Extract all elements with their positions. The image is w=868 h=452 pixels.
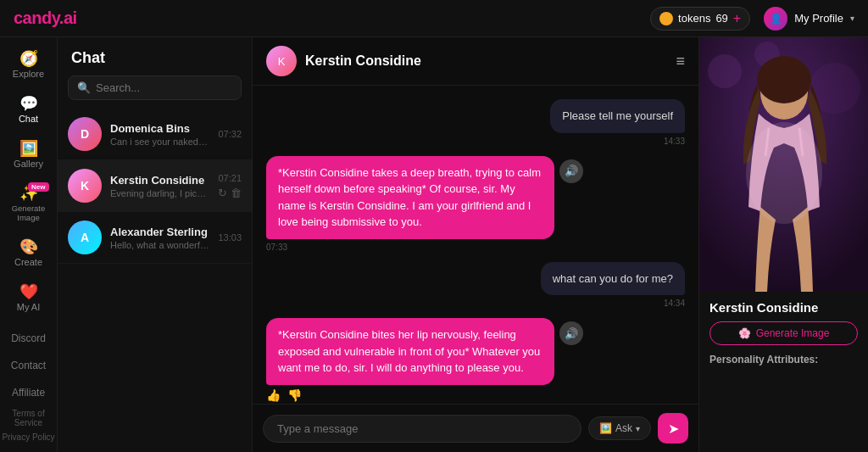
sidebar-item-my-ai[interactable]: ❤️ My AI — [5, 277, 53, 319]
explore-icon: 🧭 — [19, 51, 38, 66]
chat-name: Kerstin Considine — [110, 174, 209, 187]
message-time: 14:34 — [664, 299, 685, 308]
sidebar-item-label: Chat — [19, 114, 38, 124]
chat-info-alexander: Alexander Sterling Hello, what a wonderf… — [110, 226, 209, 250]
app-header: candy.ai tokens 69 + 👤 My Profile ▾ — [0, 0, 868, 37]
chat-list-title: Chat — [58, 37, 252, 75]
profile-button[interactable]: 👤 My Profile ▾ — [764, 7, 854, 31]
ai-bubble-row: *Kerstin Considine takes a deep breath, … — [266, 156, 583, 239]
profile-label: My Profile — [794, 12, 843, 25]
profile-image — [699, 37, 868, 292]
sidebar-item-label: Create — [14, 257, 42, 267]
thumbs-up-button[interactable]: 👍 — [266, 388, 281, 402]
sidebar-item-label: Explore — [13, 69, 44, 79]
chat-list-item-alexander[interactable]: A Alexander Sterling Hello, what a wonde… — [58, 212, 252, 264]
thumbs-down-button[interactable]: 👎 — [287, 388, 302, 402]
tokens-add-button[interactable]: + — [733, 11, 741, 26]
chat-info-kerstin: Kerstin Considine Evening darling, I pic… — [110, 174, 209, 198]
chat-name: Alexander Sterling — [110, 226, 209, 238]
chat-messages: Please tell me yourself 14:33 *Kerstin C… — [253, 86, 698, 404]
message-wrapper-user-1: Please tell me yourself 14:33 — [266, 99, 685, 146]
ask-label: Ask — [615, 422, 632, 434]
avatar-alexander: A — [68, 220, 102, 254]
image-icon: 🖼️ — [599, 422, 612, 434]
tokens-count: 69 — [715, 12, 727, 25]
header-right: tokens 69 + 👤 My Profile ▾ — [650, 7, 854, 31]
search-icon: 🔍 — [77, 81, 91, 94]
tokens-label: tokens — [678, 12, 710, 25]
sound-icon[interactable]: 🔊 — [559, 159, 583, 183]
chat-header-name: Kerstin Considine — [305, 53, 667, 69]
chat-list-item-domenica[interactable]: D Domenica Bins Can i see your naked pho… — [58, 109, 252, 160]
create-icon: 🎨 — [19, 239, 38, 254]
chat-list-item-kerstin[interactable]: K Kerstin Considine Evening darling, I p… — [58, 160, 252, 212]
chat-list-panel: Chat 🔍 D Domenica Bins Can i see your na… — [58, 37, 253, 452]
sidebar-bottom: Discord Contact Affiliate Terms of Servi… — [0, 322, 57, 447]
refresh-icon[interactable]: ↻ — [218, 187, 227, 199]
main-layout: 🧭 Explore 💬 Chat 🖼️ Gallery New ✨ Genera… — [0, 37, 868, 452]
search-box[interactable]: 🔍 — [68, 75, 242, 100]
sidebar-item-chat[interactable]: 💬 Chat — [5, 89, 53, 131]
profile-name: Kerstin Considine — [709, 300, 858, 315]
tokens-badge[interactable]: tokens 69 + — [650, 7, 750, 31]
chat-time: 07:32 — [218, 129, 242, 139]
sidebar-item-label: My AI — [17, 302, 41, 312]
message-bubble: *Kerstin Considine takes a deep breath, … — [266, 156, 554, 239]
message-time: 14:33 — [664, 137, 685, 146]
profile-silhouette — [699, 37, 868, 292]
affiliate-label: Affiliate — [12, 387, 45, 399]
generate-image-label: Generate Image — [756, 327, 830, 339]
svg-point-1 — [708, 54, 742, 88]
message-bubble: what can you do for me? — [541, 262, 685, 296]
app-logo: candy.ai — [14, 8, 77, 28]
sidebar-item-affiliate[interactable]: Affiliate — [5, 380, 53, 405]
svg-point-6 — [746, 122, 822, 224]
sidebar-item-discord[interactable]: Discord — [5, 326, 53, 351]
chat-preview: Hello, what a wonderful d... — [110, 240, 209, 250]
profile-avatar: 👤 — [764, 7, 787, 31]
chat-name: Domenica Bins — [110, 122, 209, 135]
search-input[interactable] — [96, 81, 232, 94]
ai-bubble-row: *Kerstin Considine bites her lip nervous… — [266, 318, 583, 385]
sidebar-item-generate[interactable]: New ✨ Generate Image — [5, 179, 53, 229]
chat-time: 07:21 — [218, 173, 242, 183]
chat-info-domenica: Domenica Bins Can i see your naked pho..… — [110, 122, 209, 147]
terms-link[interactable]: Terms of Service — [0, 407, 57, 429]
avatar-domenica: D — [68, 117, 102, 151]
delete-icon[interactable]: 🗑 — [231, 187, 242, 199]
chat-time: 13:03 — [218, 232, 242, 243]
sidebar-item-contact[interactable]: Contact — [5, 353, 53, 378]
sidebar-nav: 🧭 Explore 💬 Chat 🖼️ Gallery New ✨ Genera… — [0, 37, 58, 452]
discord-label: Discord — [11, 332, 46, 344]
sound-icon[interactable]: 🔊 — [559, 321, 583, 345]
ask-chevron-icon: ▾ — [636, 424, 640, 433]
message-wrapper-ai-2: *Kerstin Considine bites her lip nervous… — [266, 318, 685, 404]
message-wrapper-ai-1: *Kerstin Considine takes a deep breath, … — [266, 156, 685, 252]
message-time: 07:33 — [266, 243, 287, 252]
menu-icon[interactable]: ≡ — [676, 53, 685, 70]
personality-attributes-label: Personality Attributes: — [709, 354, 858, 366]
chat-input-area: 🖼️ Ask ▾ ➤ — [253, 404, 698, 452]
ask-button[interactable]: 🖼️ Ask ▾ — [588, 416, 651, 440]
profile-info: Kerstin Considine 🌸 Generate Image Perso… — [699, 292, 868, 374]
avatar-kerstin: K — [68, 169, 102, 203]
contact-label: Contact — [11, 360, 46, 371]
my-ai-icon: ❤️ — [19, 284, 38, 299]
chevron-down-icon: ▾ — [850, 14, 854, 23]
svg-point-5 — [757, 56, 811, 103]
sidebar-item-label: Gallery — [14, 159, 43, 169]
sidebar-item-label: Generate Image — [10, 204, 47, 222]
sidebar-item-gallery[interactable]: 🖼️ Gallery — [5, 134, 53, 176]
send-button[interactable]: ➤ — [658, 413, 688, 444]
generate-image-button[interactable]: 🌸 Generate Image — [709, 321, 858, 345]
sidebar-item-create[interactable]: 🎨 Create — [5, 232, 53, 274]
chat-main-area: K Kerstin Considine ≡ Please tell me you… — [253, 37, 698, 452]
message-wrapper-user-2: what can you do for me? 14:34 — [266, 262, 685, 309]
sidebar-item-explore[interactable]: 🧭 Explore — [5, 44, 53, 86]
generate-image-icon: 🌸 — [738, 327, 751, 339]
message-input[interactable] — [263, 415, 581, 443]
send-icon: ➤ — [668, 421, 679, 437]
chat-header-avatar: K — [266, 46, 297, 76]
chat-items-list: D Domenica Bins Can i see your naked pho… — [58, 109, 252, 452]
privacy-link[interactable]: Privacy Policy — [0, 431, 56, 444]
